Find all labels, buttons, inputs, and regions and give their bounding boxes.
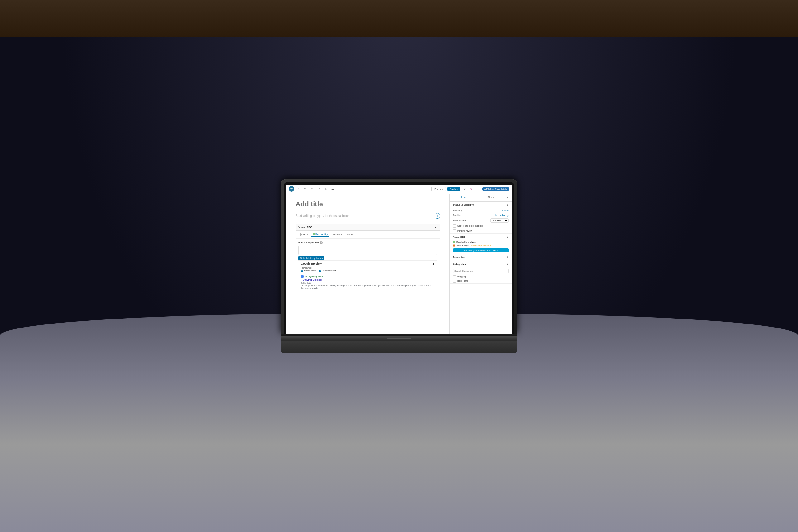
tab-post[interactable]: Post [450,194,477,201]
stick-to-top-checkbox[interactable] [453,224,456,228]
readability-tab-label: Readability [316,233,328,235]
permalink-chevron: ▼ [506,256,509,259]
laptop-bezel: W + ✏ ↩ ↪ ℹ [284,182,514,334]
yoast-body: Focus keyphrase ? Get related keyphrases… [296,239,440,294]
pending-review-label: Pending review [457,230,472,232]
stick-to-top-row: Stick to the top of the blog [450,224,512,228]
laptop-keyboard [281,341,517,354]
redo-button[interactable]: ↪ [316,186,322,192]
permalink-section: Permalink ▼ [450,254,512,261]
post-format-row: Post Format Standard Aside Gallery Image [450,217,512,224]
desktop-label: Desktop result [322,270,336,272]
permalink-header[interactable]: Permalink ▼ [450,254,512,261]
post-format-label: Post Format [453,219,467,222]
yoast-tabs: SEO Readability Schema [296,231,440,239]
yoast-panel-header[interactable]: Yoast SEO ▲ [296,224,440,231]
readability-dot [313,233,315,235]
google-preview-title: Google preview [301,262,322,265]
preview-button[interactable]: Preview [432,187,446,191]
list-view-button[interactable]: ☰ [330,186,336,192]
laptop: W + ✏ ↩ ↪ ℹ [281,179,517,354]
yoast-sidebar-chevron: ▲ [506,235,509,239]
yoast-panel-title: Yoast SEO [298,226,312,229]
yoast-left-panel: Focus keyphrase ? Get related keyphrases… [296,239,440,294]
focus-keyphrase-label: Focus keyphrase ? [298,241,437,244]
publish-value[interactable]: Immediately [495,214,509,216]
blog-traffic-checkbox[interactable] [453,280,456,283]
wpbakery-button[interactable]: WPBakery Page Builder [482,187,509,191]
yoast-button[interactable]: Y [469,186,474,192]
yoast-sidebar-section: Yoast SEO ▲ Readability analysis: SEO an [450,234,512,254]
desktop-radio[interactable]: Desktop result [319,270,336,272]
blogging-label: Blogging [457,276,466,278]
schema-tab-label: Schema [332,233,342,236]
improve-with-yoast-button[interactable]: Improve your post with Yoast SEO [453,248,509,252]
laptop-base [281,336,517,341]
laptop-lid: W + ✏ ↩ ↪ ℹ [281,179,517,334]
info-icon: ℹ [325,187,326,190]
blogging-checkbox[interactable] [453,275,456,278]
pending-review-row: Pending review [450,228,512,233]
publish-button[interactable]: Publish [447,187,460,191]
categories-title: Categories [453,263,466,266]
gear-icon: ⚙ [463,187,466,190]
wordpress-logo[interactable]: W [289,186,294,192]
preview-as-label: Preview as: [298,267,437,269]
yoast-collapse-icon: ▲ [435,226,437,229]
seo-tab-label: SEO [302,233,308,236]
sidebar-tabs: Post Block × [450,194,512,202]
post-title-area [296,200,440,208]
post-title-input[interactable] [296,200,440,208]
status-visibility-title: Status & visibility [453,204,474,206]
categories-header[interactable]: Categories ▲ [450,261,512,267]
visibility-row: Visibility Public [450,208,512,213]
editor-area[interactable]: Start writing or type / to choose a bloc… [286,194,450,334]
get-related-keyphrases-button[interactable]: Get related keyphrases [298,256,324,260]
yoast-sidebar-header[interactable]: Yoast SEO ▲ [450,234,512,240]
categories-section: Categories ▲ Blogging B [450,261,512,284]
yoast-tab-social[interactable]: Social [346,232,355,237]
post-content-area: Start writing or type / to choose a bloc… [296,213,440,219]
seo-needs-improvement-label: Needs improvement [471,244,491,247]
mobile-radio[interactable]: Mobile result [301,270,317,272]
mobile-label: Mobile result [304,270,317,272]
pencil-icon: ✏ [304,187,306,190]
google-preview-header[interactable]: Google preview ▲ [298,260,437,267]
info-button[interactable]: ℹ [323,186,328,192]
readability-analysis-label: Readability analysis: [456,241,476,243]
yoast-tab-seo[interactable]: SEO [298,232,309,237]
background-table [0,0,798,37]
category-blogging: Blogging [450,274,512,279]
undo-button[interactable]: ↩ [309,186,315,192]
gp-title[interactable]: - Striving Blogger [301,278,435,281]
pending-review-checkbox[interactable] [453,229,456,232]
add-block-toolbar-button[interactable]: + [296,186,301,192]
desktop-radio-dot [319,270,321,272]
tab-block[interactable]: Block [477,194,505,201]
yoast-seo-panel: Yoast SEO ▲ SEO [296,224,440,294]
yoast-tab-schema[interactable]: Schema [331,232,343,237]
visibility-value[interactable]: Public [502,209,509,212]
focus-keyphrase-input[interactable] [298,246,437,255]
settings-button[interactable]: ⚙ [462,186,467,192]
laptop-screen: W + ✏ ↩ ↪ ℹ [286,185,512,334]
content-placeholder: Start writing or type / to choose a bloc… [296,214,349,217]
seo-sidebar-dot [453,244,455,247]
right-sidebar: Post Block × Status & visibility ▲ [450,194,512,334]
more-options-button[interactable]: ⋯ [475,186,481,192]
gp-date: Jul 3, 2021 [301,282,435,284]
post-format-select[interactable]: Standard Aside Gallery Image [490,218,509,223]
publish-row: Publish Immediately [450,213,512,217]
stick-to-top-label: Stick to the top of the blog [457,225,482,227]
category-search-input[interactable] [453,269,509,273]
main-area: Start writing or type / to choose a bloc… [286,194,512,334]
toolbar: W + ✏ ↩ ↪ ℹ [286,185,512,194]
yoast-tab-readability[interactable]: Readability [311,232,329,237]
seo-dot [300,233,302,235]
laptop-hinge [281,334,517,336]
status-visibility-header[interactable]: Status & visibility ▲ [450,202,512,208]
redo-icon: ↪ [318,187,320,190]
close-sidebar-button[interactable]: × [505,194,511,201]
edit-button[interactable]: ✏ [302,186,308,192]
add-block-content-button[interactable]: + [435,213,440,219]
